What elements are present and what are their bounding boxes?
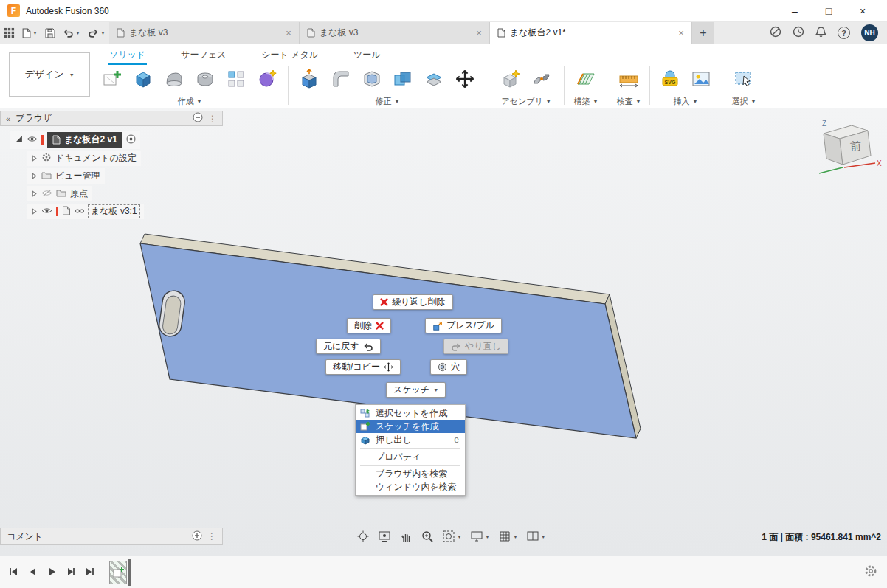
context-item-extrude[interactable]: 押し出し e [356,433,465,446]
maximize-button[interactable]: □ [812,0,846,21]
menu-sketch[interactable]: スケッチ ▼ [386,382,446,398]
grid-settings-icon[interactable]: ▼ [498,530,518,543]
new-tab-button[interactable]: + [692,22,714,44]
timeline-settings-gear-icon[interactable] [863,564,878,581]
zoom-icon[interactable] [421,530,434,543]
orbit-icon[interactable] [356,530,370,543]
notifications-bell-icon[interactable] [815,26,826,40]
pan-icon[interactable] [399,530,413,543]
menu-undo[interactable]: 元に戻す [316,339,381,354]
root-expand-icon[interactable] [15,135,23,145]
group-label-assemble[interactable]: アセンブリ▼ [496,96,556,107]
collapse-panel-icon[interactable]: « [6,114,10,123]
app-grid-icon[interactable] [0,22,18,44]
document-tab-active[interactable]: まな板台2 v1* × [490,22,692,44]
menu-repeat-delete[interactable]: 繰り返し削除 [373,294,453,310]
expander-icon[interactable] [31,189,38,199]
menu-move-copy[interactable]: 移動/コピー [325,359,401,375]
context-item-find-in-window[interactable]: ウィンドウ内を検索 [356,480,465,494]
panel-handle-icon[interactable]: ⋮ [207,531,216,542]
close-button[interactable]: × [846,0,880,21]
history-clock-icon[interactable] [793,26,804,40]
context-item-properties[interactable]: プロパティ [356,450,465,463]
browser-root-row[interactable]: まな板台2 v1 [10,131,140,149]
timeline-go-start-button[interactable] [6,564,21,580]
document-tab-1[interactable]: まな板 v3 × [109,22,300,44]
save-button[interactable] [41,22,59,44]
browser-panel-header[interactable]: « ブラウザ ⋮ [0,111,223,126]
fillet-icon[interactable] [328,66,353,91]
browser-item-component[interactable]: まな板 v3:1 [27,204,144,219]
create-form-icon[interactable] [255,66,280,91]
browser-item-document-settings[interactable]: ドキュメントの設定 [27,151,141,166]
group-label-construct[interactable]: 構築▼ [570,96,602,107]
panel-handle-icon[interactable]: ⋮ [208,114,217,124]
tab-close-icon[interactable]: × [286,27,291,38]
construct-plane-icon[interactable] [573,66,598,91]
expander-icon[interactable] [31,153,38,164]
menu-press-pull[interactable]: プレス/プル [425,318,502,333]
menu-hole[interactable]: 穴 [430,359,467,375]
expander-icon[interactable] [31,207,38,217]
context-item-create-selection-set[interactable]: 選択セットを作成 [356,407,465,420]
document-tab-2[interactable]: まな板 v3 × [300,22,490,44]
tab-surface[interactable]: サーフェス [179,46,227,65]
undo-button[interactable]: ▼ [59,22,84,44]
create-revolve-icon[interactable] [193,66,218,91]
tab-close-icon[interactable]: × [678,27,684,38]
group-label-select[interactable]: 選択▼ [728,96,760,107]
panel-minus-icon[interactable] [193,112,203,125]
context-item-find-in-browser[interactable]: ブラウザ内を検索 [356,467,465,480]
redo-button[interactable]: ▼ [84,22,109,44]
timeline-position-marker[interactable] [128,559,131,586]
group-label-insert[interactable]: 挿入▼ [655,96,716,107]
eye-off-icon[interactable] [41,189,52,199]
viewports-icon[interactable]: ▼ [526,530,546,543]
tab-sheet-metal[interactable]: シート メタル [260,46,320,65]
timeline-sketch-feature[interactable] [109,561,127,584]
context-item-create-sketch[interactable]: スケッチを作成 [356,420,465,433]
timeline-go-end-button[interactable] [83,564,97,580]
comment-bar[interactable]: コメント ⋮ [0,528,223,545]
help-icon[interactable]: ? [838,27,850,39]
timeline-step-back-button[interactable] [25,564,40,580]
group-label-modify[interactable]: 修正▼ [295,96,480,107]
joint-icon[interactable] [529,66,554,91]
group-label-create[interactable]: 作成▼ [97,96,282,107]
insert-image-icon[interactable] [688,66,714,91]
fit-icon[interactable]: ▼ [442,530,462,543]
comment-plus-icon[interactable] [192,530,202,543]
press-pull-icon[interactable] [297,66,322,91]
workspace-selector[interactable]: デザイン ▼ [9,52,90,97]
offset-face-icon[interactable] [421,66,446,91]
viewcube[interactable]: Z 前 X [806,114,883,178]
create-pattern-icon[interactable] [224,66,249,91]
look-at-icon[interactable] [378,530,391,543]
tab-solid[interactable]: ソリッド [108,46,147,65]
combine-icon[interactable] [390,66,415,91]
tab-tools[interactable]: ツール [352,46,382,65]
file-menu-button[interactable]: ▼ [18,22,41,44]
visibility-eye-icon[interactable] [41,207,52,217]
select-icon[interactable] [731,66,756,91]
minimize-button[interactable]: – [778,0,812,21]
root-component-badge[interactable]: まな板台2 v1 [47,132,122,148]
job-status-icon[interactable] [770,26,781,40]
create-sketch-icon[interactable] [100,66,125,91]
create-sweep-icon[interactable] [162,66,187,91]
move-copy-icon[interactable] [452,66,477,91]
avatar[interactable]: NH [861,24,878,41]
display-settings-icon[interactable]: ▼ [470,530,490,543]
model-canvas[interactable]: « ブラウザ ⋮ まな板台2 v1 ドキュメントの設定 ビュー [0,108,887,556]
group-label-inspect[interactable]: 検査▼ [612,96,645,107]
expander-icon[interactable] [31,171,38,181]
browser-item-named-views[interactable]: ビュー管理 [27,168,105,184]
new-component-icon[interactable] [498,66,523,91]
timeline-play-button[interactable] [44,564,59,580]
shell-icon[interactable] [359,66,384,91]
menu-delete[interactable]: 削除 [347,318,391,333]
activate-radio-icon[interactable] [126,134,136,146]
insert-svg-icon[interactable]: SVG [658,66,683,91]
tab-close-icon[interactable]: × [476,27,482,38]
timeline-step-forward-button[interactable] [63,564,78,580]
